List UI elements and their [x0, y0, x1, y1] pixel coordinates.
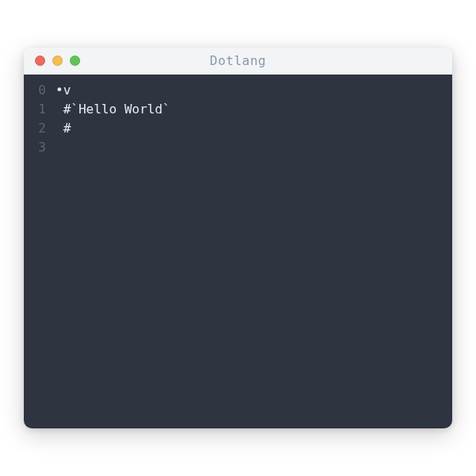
titlebar: Dotlang	[24, 48, 452, 75]
editor-window: Dotlang 0 1 2 3 •v #`Hello World` #	[24, 48, 452, 428]
maximize-icon[interactable]	[70, 56, 80, 66]
traffic-lights	[24, 56, 80, 66]
window-title: Dotlang	[210, 53, 267, 68]
line-number: 3	[24, 138, 46, 157]
line-number: 1	[24, 100, 46, 119]
code-editor[interactable]: 0 1 2 3 •v #`Hello World` #	[24, 75, 452, 428]
line-number: 0	[24, 81, 46, 100]
close-icon[interactable]	[35, 56, 45, 66]
line-number-gutter: 0 1 2 3	[24, 81, 56, 428]
code-line: #`Hello World`	[56, 100, 452, 119]
code-line: •v	[56, 81, 452, 100]
code-content[interactable]: •v #`Hello World` #	[56, 81, 452, 428]
code-line: #	[56, 119, 452, 138]
minimize-icon[interactable]	[52, 56, 63, 66]
code-line	[56, 138, 452, 157]
line-number: 2	[24, 119, 46, 138]
